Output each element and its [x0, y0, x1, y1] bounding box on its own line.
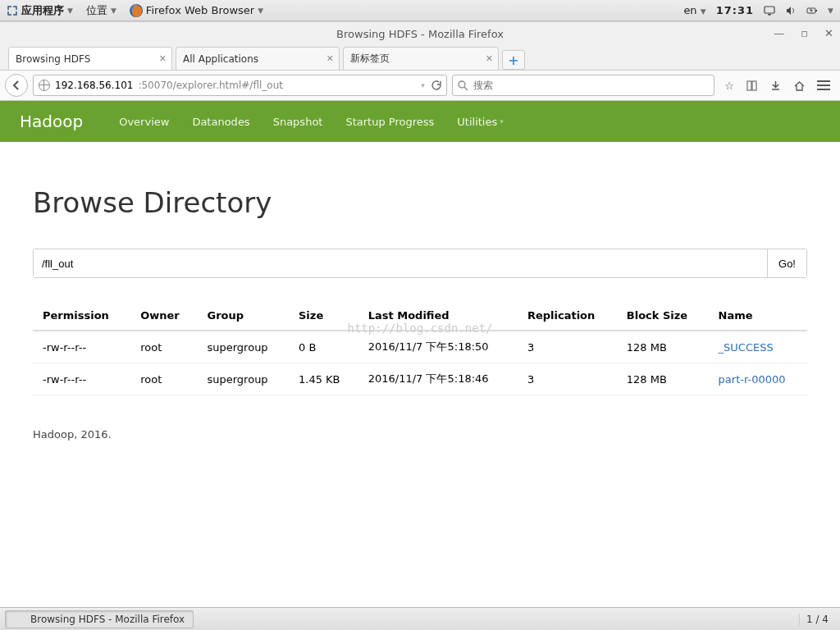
cell-size: 1.45 KB	[289, 363, 358, 395]
tab-label: 新标签页	[350, 52, 390, 66]
task-item-label: Browsing HDFS - Mozilla Firefox	[30, 614, 185, 625]
window-title: Browsing HDFS - Mozilla Firefox	[336, 28, 504, 40]
clock[interactable]: 17:31	[716, 4, 754, 16]
tab-new[interactable]: 新标签页 ✕	[343, 47, 499, 70]
cell-group: supergroup	[197, 331, 289, 363]
go-button[interactable]: Go!	[767, 249, 806, 277]
gnome-top-bar: 应用程序 ▼ 位置 ▼ Firefox Web Browser ▼ en ▼ 1…	[0, 0, 840, 21]
svg-rect-6	[747, 81, 751, 90]
nav-utilities[interactable]: Utilities ▾	[457, 116, 503, 128]
svg-rect-0	[765, 7, 774, 13]
globe-icon	[39, 80, 50, 91]
chevron-down-icon: ▼	[111, 7, 116, 15]
cell-owner: root	[130, 331, 197, 363]
cell-permission: -rw-r--r--	[33, 363, 130, 395]
file-link[interactable]: _SUCCESS	[719, 341, 774, 354]
cell-group: supergroup	[197, 363, 289, 395]
search-icon	[458, 80, 468, 91]
directory-table: Permission Owner Group Size Last Modifie…	[33, 301, 807, 395]
path-input-group: Go!	[33, 249, 807, 278]
cell-replication: 3	[518, 331, 617, 363]
close-icon[interactable]: ✕	[486, 53, 493, 64]
volume-icon[interactable]	[785, 5, 797, 16]
bookmark-star-icon[interactable]: ☆	[724, 80, 734, 92]
cell-permission: -rw-r--r--	[33, 331, 130, 363]
reading-list-icon[interactable]	[746, 80, 758, 92]
nav-startup-progress[interactable]: Startup Progress	[345, 116, 434, 128]
chevron-down-icon: ▼	[258, 7, 263, 15]
col-block-size: Block Size	[617, 301, 709, 331]
minimize-icon[interactable]: —	[774, 27, 784, 39]
svg-line-5	[464, 87, 468, 90]
svg-point-4	[459, 81, 465, 88]
firefox-launcher[interactable]: Firefox Web Browser ▼	[130, 4, 263, 17]
svg-rect-7	[752, 81, 756, 90]
cell-replication: 3	[518, 363, 617, 395]
col-owner: Owner	[130, 301, 197, 331]
back-button[interactable]	[5, 74, 28, 97]
nav-snapshot[interactable]: Snapshot	[273, 116, 323, 128]
tab-browsing-hdfs[interactable]: Browsing HDFS ✕	[8, 47, 172, 70]
col-name: Name	[709, 301, 807, 331]
col-size: Size	[289, 301, 358, 331]
tab-strip: Browsing HDFS ✕ All Applications ✕ 新标签页 …	[0, 45, 840, 70]
downloads-icon[interactable]	[769, 80, 782, 92]
table-row: -rw-r--r-- root supergroup 0 B 2016/11/7…	[33, 331, 807, 363]
firefox-titlebar: Browsing HDFS - Mozilla Firefox — ▫ ✕	[0, 22, 840, 45]
tab-label: All Applications	[183, 53, 258, 65]
places-menu[interactable]: 位置 ▼	[86, 3, 116, 18]
applications-label: 应用程序	[21, 3, 64, 18]
url-path: :50070/explorer.html#/fll_out	[138, 80, 283, 91]
page-content: Hadoop Overview Datanodes Snapshot Start…	[0, 101, 840, 582]
firefox-icon	[14, 614, 25, 625]
tab-all-applications[interactable]: All Applications ✕	[176, 47, 340, 70]
table-row: -rw-r--r-- root supergroup 1.45 KB 2016/…	[33, 363, 807, 395]
cell-owner: root	[130, 363, 197, 395]
svg-rect-1	[768, 14, 771, 16]
close-icon[interactable]: ✕	[326, 53, 334, 64]
cell-last-modified: 2016/11/7 下午5:18:50	[358, 331, 518, 363]
chevron-down-icon[interactable]: ▼	[828, 7, 833, 15]
places-label: 位置	[86, 3, 107, 18]
nav-overview[interactable]: Overview	[119, 116, 169, 128]
firefox-launcher-label: Firefox Web Browser	[146, 4, 254, 16]
menu-icon[interactable]	[817, 80, 830, 90]
search-bar[interactable]: 搜索	[452, 75, 715, 96]
col-last-modified: Last Modified	[358, 301, 518, 331]
chevron-down-icon[interactable]: ▾	[421, 81, 425, 89]
home-icon[interactable]	[793, 80, 806, 92]
cell-size: 0 B	[289, 331, 358, 363]
battery-icon[interactable]	[806, 5, 818, 16]
activities-icon	[7, 5, 18, 16]
cell-block-size: 128 MB	[617, 331, 709, 363]
nav-datanodes[interactable]: Datanodes	[192, 116, 249, 128]
url-host: 192.168.56.101	[55, 80, 133, 91]
task-item-firefox[interactable]: Browsing HDFS - Mozilla Firefox	[5, 610, 194, 628]
new-tab-button[interactable]: +	[502, 50, 525, 70]
applications-menu[interactable]: 应用程序 ▼	[7, 3, 73, 18]
chevron-down-icon: ▼	[67, 7, 73, 15]
workspace-indicator[interactable]: 1 / 4	[799, 614, 835, 625]
search-placeholder: 搜索	[473, 79, 493, 93]
firefox-icon	[130, 4, 143, 17]
close-icon[interactable]: ✕	[824, 27, 833, 39]
cell-block-size: 128 MB	[617, 363, 709, 395]
navigation-toolbar: 192.168.56.101:50070/explorer.html#/fll_…	[0, 70, 840, 101]
firefox-window: Browsing HDFS - Mozilla Firefox — ▫ ✕ Br…	[0, 21, 840, 582]
col-replication: Replication	[518, 301, 617, 331]
svg-rect-3	[815, 10, 817, 11]
cell-last-modified: 2016/11/7 下午5:18:46	[358, 363, 518, 395]
path-input[interactable]	[34, 249, 767, 277]
gnome-taskbar: Browsing HDFS - Mozilla Firefox 1 / 4	[0, 607, 840, 630]
url-bar[interactable]: 192.168.56.101:50070/explorer.html#/fll_…	[33, 75, 447, 96]
display-icon[interactable]	[764, 5, 775, 16]
col-group: Group	[197, 301, 289, 331]
col-permission: Permission	[33, 301, 130, 331]
maximize-icon[interactable]: ▫	[801, 27, 808, 39]
hadoop-brand[interactable]: Hadoop	[20, 112, 83, 131]
file-link[interactable]: part-r-00000	[719, 373, 786, 386]
page-title: Browse Directory	[33, 186, 807, 219]
reload-icon[interactable]	[430, 80, 441, 91]
input-language[interactable]: en ▼	[683, 4, 705, 16]
close-icon[interactable]: ✕	[159, 53, 167, 64]
